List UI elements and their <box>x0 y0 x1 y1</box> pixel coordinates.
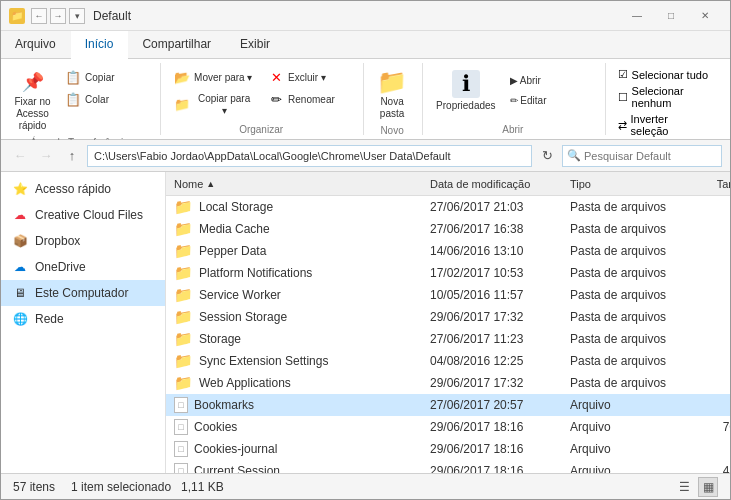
table-row[interactable]: 📁Sync Extension Settings 04/08/2016 12:2… <box>166 350 730 372</box>
sidebar: ⭐ Acesso rápido ☁ Creative Cloud Files 📦… <box>1 172 166 473</box>
mover-button[interactable]: 📂 Mover para ▾ <box>169 67 259 87</box>
select-all-icon: ☑ <box>618 68 628 81</box>
colar-button[interactable]: 📋 Colar <box>60 89 150 109</box>
table-row[interactable]: 📁Media Cache 27/06/2017 16:38 Pasta de a… <box>166 218 730 240</box>
new-folder-icon: 📁 <box>380 70 404 94</box>
move-icon: 📂 <box>174 69 190 85</box>
pin-icon: 📌 <box>21 70 45 94</box>
window-title: Default <box>93 9 620 23</box>
up-button[interactable]: ↑ <box>61 145 83 167</box>
sidebar-item-dropbox[interactable]: 📦 Dropbox <box>1 228 165 254</box>
ribbon-content: 📌 Fixar noAcesso rápido 📋 Copiar 📋 Colar <box>1 59 730 139</box>
dropbox-icon: 📦 <box>11 232 29 250</box>
sidebar-item-onedrive[interactable]: ☁ OneDrive <box>1 254 165 280</box>
table-row[interactable]: 📁Session Storage 29/06/2017 17:32 Pasta … <box>166 306 730 328</box>
selecionar-buttons: ☑ Selecionar tudo ☐ Selecionar nenhum ⇄ … <box>614 63 712 138</box>
folder-icon: 📁 <box>174 286 193 304</box>
file-list[interactable]: Nome ▲ Data de modificação Tipo Tamanho … <box>166 172 730 473</box>
title-bar-buttons: ← → ▾ <box>31 8 85 24</box>
editar-button[interactable]: ✏ Editar <box>505 91 595 109</box>
table-row[interactable]: 📁Local Storage 27/06/2017 21:03 Pasta de… <box>166 196 730 218</box>
sidebar-item-acesso-rapido[interactable]: ⭐ Acesso rápido <box>1 176 165 202</box>
sidebar-item-rede[interactable]: 🌐 Rede <box>1 306 165 332</box>
novo-label: Novo <box>380 123 403 136</box>
select-none-icon: ☐ <box>618 91 628 104</box>
tab-exibir[interactable]: Exibir <box>226 31 285 58</box>
col-size-header[interactable]: Tamanho <box>686 178 730 190</box>
computer-icon: 🖥 <box>11 284 29 302</box>
search-input[interactable] <box>584 150 717 162</box>
table-row[interactable]: □ Bookmarks 27/06/2017 20:57 Arquivo 2 K… <box>166 394 730 416</box>
table-row[interactable]: 📁Service Worker 10/05/2016 11:57 Pasta d… <box>166 284 730 306</box>
organizar-label: Organizar <box>239 122 283 135</box>
status-bar: 57 itens 1 item selecionado 1,11 KB ☰ ▦ <box>1 473 730 499</box>
table-row[interactable]: 📁Platform Notifications 17/02/2017 10:53… <box>166 262 730 284</box>
table-row[interactable]: □ Current Session 29/06/2017 18:16 Arqui… <box>166 460 730 473</box>
abrir-label: Abrir <box>502 122 523 135</box>
copiar-para-button[interactable]: 📁 Copiar para ▾ <box>169 89 259 119</box>
back-button[interactable]: ← <box>9 145 31 167</box>
sidebar-item-label: Acesso rápido <box>35 182 111 196</box>
refresh-button[interactable]: ↻ <box>536 145 558 167</box>
folder-icon: 📁 <box>174 220 193 238</box>
close-button[interactable]: ✕ <box>688 1 722 31</box>
sidebar-item-creative-cloud[interactable]: ☁ Creative Cloud Files <box>1 202 165 228</box>
folder-icon: 📁 <box>174 308 193 326</box>
selected-info: 1 item selecionado 1,11 KB <box>71 480 224 494</box>
maximize-button[interactable]: □ <box>654 1 688 31</box>
file-icon: □ <box>174 397 188 413</box>
renomear-button[interactable]: ✏ Renomear <box>263 89 353 109</box>
table-row[interactable]: □ Cookies 29/06/2017 18:16 Arquivo 768 K… <box>166 416 730 438</box>
selecionar-nenhum-button[interactable]: ☐ Selecionar nenhum <box>614 84 712 110</box>
tb-down[interactable]: ▾ <box>69 8 85 24</box>
forward-button[interactable]: → <box>35 145 57 167</box>
organizar-buttons: 📂 Mover para ▾ 📁 Copiar para ▾ ✕ Excluir… <box>169 63 353 122</box>
minimize-button[interactable]: — <box>620 1 654 31</box>
copy-icon: 📋 <box>65 69 81 85</box>
col-type-header[interactable]: Tipo <box>566 178 686 190</box>
mover-label: Mover para ▾ <box>194 72 252 84</box>
table-row[interactable]: 📁Storage 27/06/2017 11:23 Pasta de arqui… <box>166 328 730 350</box>
open-label: ▶ Abrir <box>510 75 541 87</box>
ribbon: Arquivo Início Compartilhar Exibir 📌 Fix… <box>1 31 730 140</box>
nova-pasta-button[interactable]: 📁 Novapasta <box>372 67 412 123</box>
tb-back[interactable]: ← <box>31 8 47 24</box>
window: 📁 ← → ▾ Default — □ ✕ Arquivo Início Com… <box>0 0 731 500</box>
table-row[interactable]: □ Cookies-journal 29/06/2017 18:16 Arqui… <box>166 438 730 460</box>
inverter-selecao-button[interactable]: ⇄ Inverter seleção <box>614 112 712 138</box>
list-view-button[interactable]: ☰ <box>674 477 694 497</box>
col-date-header[interactable]: Data de modificação <box>426 178 566 190</box>
tab-arquivo[interactable]: Arquivo <box>1 31 71 58</box>
excluir-button[interactable]: ✕ Excluir ▾ <box>263 67 353 87</box>
creative-cloud-icon: ☁ <box>11 206 29 224</box>
propriedades-button[interactable]: ℹ Propriedades <box>431 67 500 115</box>
tb-forward[interactable]: → <box>50 8 66 24</box>
abrir-buttons: ℹ Propriedades ▶ Abrir ✏ Editar <box>431 63 594 122</box>
propriedades-label: Propriedades <box>436 100 495 112</box>
selecionar-tudo-button[interactable]: ☑ Selecionar tudo <box>614 67 712 82</box>
col-name-header[interactable]: Nome ▲ <box>166 178 426 190</box>
nova-pasta-label: Novapasta <box>380 96 404 120</box>
table-row[interactable]: 📁Web Applications 29/06/2017 17:32 Pasta… <box>166 372 730 394</box>
folder-icon: 📁 <box>174 198 193 216</box>
address-path[interactable]: C:\Users\Fabio Jordao\AppData\Local\Goog… <box>87 145 532 167</box>
tab-compartilhar[interactable]: Compartilhar <box>128 31 226 58</box>
folder-icon: 📁 <box>174 330 193 348</box>
selecionar-nenhum-label: Selecionar nenhum <box>632 85 708 109</box>
tab-inicio[interactable]: Início <box>71 31 129 59</box>
table-row[interactable]: 📁Pepper Data 14/06/2016 13:10 Pasta de a… <box>166 240 730 262</box>
fixar-button[interactable]: 📌 Fixar noAcesso rápido <box>9 67 56 135</box>
copiar-button[interactable]: 📋 Copiar <box>60 67 150 87</box>
open-button[interactable]: ▶ Abrir <box>505 71 595 89</box>
sidebar-item-este-computador[interactable]: 🖥 Este Computador <box>1 280 165 306</box>
search-box[interactable]: 🔍 <box>562 145 722 167</box>
paste-icon: 📋 <box>65 91 81 107</box>
main-area: ⭐ Acesso rápido ☁ Creative Cloud Files 📦… <box>1 172 730 473</box>
ribbon-group-organizar: 📂 Mover para ▾ 📁 Copiar para ▾ ✕ Excluir… <box>169 63 364 135</box>
detail-view-button[interactable]: ▦ <box>698 477 718 497</box>
ribbon-group-selecionar: ☑ Selecionar tudo ☐ Selecionar nenhum ⇄ … <box>614 63 722 135</box>
rename-icon: ✏ <box>268 91 284 107</box>
properties-icon: ℹ <box>452 70 480 98</box>
folder-icon: 📁 <box>174 264 193 282</box>
clipboard-buttons: 📌 Fixar noAcesso rápido 📋 Copiar 📋 Colar <box>9 63 150 135</box>
